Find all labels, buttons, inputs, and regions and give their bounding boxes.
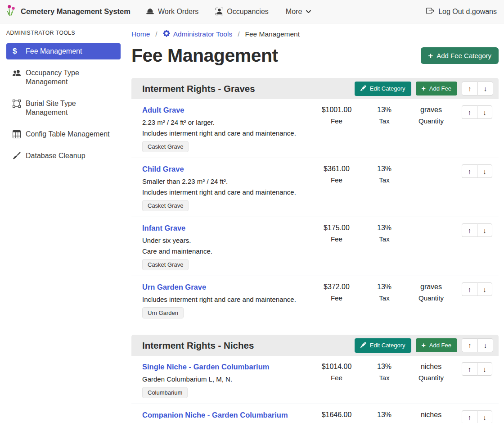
fee-tax-label: Tax	[362, 117, 407, 125]
app-title: Cemetery Management System	[21, 7, 130, 16]
nav-more[interactable]: More	[286, 8, 311, 16]
nav-links: Work Orders Occupancies More	[146, 8, 311, 16]
move-fee-down-button[interactable]: ↓	[477, 410, 492, 423]
breadcrumb: Home / Administrator Tools / Fee Managem…	[131, 30, 499, 39]
breadcrumb-separator: /	[238, 30, 239, 38]
move-fee-down-button[interactable]: ↓	[477, 105, 492, 119]
plus-icon: +	[422, 343, 426, 348]
move-fee-down-button[interactable]: ↓	[477, 164, 492, 178]
breadcrumb-home-link[interactable]: Home	[131, 30, 150, 38]
category-title: Interment Rights - Niches	[142, 340, 355, 351]
fee-amount-label: Fee	[311, 374, 362, 382]
logout-label: Log Out d.gowans	[438, 8, 497, 16]
fee-amount: $1014.00	[311, 363, 362, 371]
main-content: Home / Administrator Tools / Fee Managem…	[126, 23, 504, 423]
chevron-down-icon	[306, 9, 311, 14]
fee-name-link[interactable]: Single Niche - Garden Columbarium	[142, 363, 269, 371]
move-category-down-button[interactable]: ↓	[477, 338, 493, 352]
fee-tag: Casket Grave	[142, 141, 189, 152]
fee-amount: $175.00	[311, 224, 362, 232]
fee-reorder-controls: ↑ ↓	[455, 282, 492, 318]
sidebar-item-occupancy-type[interactable]: Occupancy Type Management	[6, 65, 121, 90]
category-reorder-controls: ↑ ↓	[462, 338, 493, 352]
category-title: Interment Rights - Graves	[142, 83, 355, 94]
fee-tag: Urn Garden	[142, 307, 184, 318]
category-reorder-controls: ↑ ↓	[462, 82, 493, 96]
nav-occupancies[interactable]: Occupancies	[216, 8, 269, 16]
tulip-logo-icon	[5, 4, 17, 19]
sidebar-item-label: Config Table Management	[26, 130, 110, 139]
sidebar-item-label: Fee Management	[26, 47, 82, 56]
table-icon	[13, 130, 21, 138]
fee-amount-label: Fee	[311, 235, 362, 243]
hard-hat-icon	[146, 8, 154, 15]
move-fee-up-button[interactable]: ↑	[462, 105, 477, 119]
breadcrumb-admin-tools-link[interactable]: Administrator Tools	[163, 30, 233, 39]
move-fee-up-button[interactable]: ↑	[462, 223, 477, 237]
sidebar-item-burial-site-type[interactable]: Burial Site Type Management	[6, 96, 121, 121]
fee-name-link[interactable]: Urn Garden Grave	[142, 283, 206, 291]
move-fee-down-button[interactable]: ↓	[477, 223, 492, 237]
page-title: Fee Management	[131, 45, 278, 66]
sidebar-item-config-table[interactable]: Config Table Management	[6, 126, 121, 142]
add-fee-label: Add Fee	[429, 85, 451, 92]
fee-tag: Casket Grave	[142, 200, 189, 211]
fee-name-link[interactable]: Adult Grave	[142, 106, 184, 114]
fee-row: Single Niche - Garden Columbarium Garden…	[131, 356, 499, 404]
fee-quantity-unit: niches	[407, 363, 455, 371]
add-fee-category-button[interactable]: + Add Fee Category	[421, 47, 499, 64]
fee-row: Adult Grave 2.23 m² / 24 ft² or larger. …	[131, 99, 499, 158]
app-brand: Cemetery Management System	[5, 4, 130, 19]
move-category-up-button[interactable]: ↑	[462, 82, 477, 96]
fee-quantity-label: Quantity	[407, 294, 455, 302]
add-fee-button[interactable]: + Add Fee	[416, 82, 458, 96]
sidebar-item-label: Burial Site Type Management	[26, 99, 111, 117]
plus-icon: +	[422, 86, 426, 91]
nav-work-orders-label: Work Orders	[158, 8, 198, 16]
nav-work-orders[interactable]: Work Orders	[146, 8, 198, 16]
fee-description: Smaller than 2.23 m² / 24 ft².	[142, 177, 308, 185]
fee-tag: Casket Grave	[142, 259, 189, 270]
sidebar-item-fee-management[interactable]: $ Fee Management	[6, 43, 121, 59]
fee-quantity-unit: graves	[407, 283, 455, 291]
fee-tax-label: Tax	[362, 374, 407, 382]
fee-quantity-unit: graves	[407, 106, 455, 114]
fee-tax: 13%	[362, 363, 407, 371]
top-navbar: Cemetery Management System Work Orders O…	[0, 0, 504, 23]
breadcrumb-current: Fee Management	[245, 30, 300, 38]
category-header: Interment Rights - Graves Edit Category …	[131, 78, 499, 99]
fee-name-link[interactable]: Companion Niche - Garden Columbarium	[142, 411, 288, 419]
move-fee-down-button[interactable]: ↓	[477, 362, 492, 376]
move-category-down-button[interactable]: ↓	[477, 82, 493, 96]
move-fee-down-button[interactable]: ↓	[477, 282, 492, 296]
fee-tax-label: Tax	[362, 176, 407, 184]
fee-amount: $372.00	[311, 283, 362, 291]
fee-name-link[interactable]: Child Grave	[142, 165, 184, 173]
fee-name-link[interactable]: Infant Grave	[142, 224, 185, 232]
fee-tax: 13%	[362, 411, 407, 419]
move-fee-up-button[interactable]: ↑	[462, 410, 477, 423]
fee-row: Companion Niche - Garden Columbarium Gar…	[131, 404, 499, 423]
fee-description: Includes interment right and care and ma…	[142, 296, 308, 303]
move-fee-up-button[interactable]: ↑	[462, 164, 477, 178]
move-fee-up-button[interactable]: ↑	[462, 282, 477, 296]
logout-button[interactable]: Log Out d.gowans	[426, 7, 497, 17]
nav-occupancies-label: Occupancies	[227, 8, 269, 16]
sidebar-heading: ADMINISTRATOR TOOLS	[6, 30, 121, 36]
edit-category-button[interactable]: Edit Category	[355, 338, 411, 353]
sidebar-item-database-cleanup[interactable]: Database Cleanup	[6, 148, 121, 164]
move-fee-up-button[interactable]: ↑	[462, 362, 477, 376]
fee-quantity-unit: niches	[407, 411, 455, 419]
category-header: Interment Rights - Niches Edit Category …	[131, 335, 499, 356]
sidebar-item-label: Database Cleanup	[26, 151, 86, 160]
edit-category-button[interactable]: Edit Category	[355, 82, 411, 96]
move-category-up-button[interactable]: ↑	[462, 338, 477, 352]
fee-description: Care and maintenance.	[142, 247, 308, 255]
add-fee-button[interactable]: + Add Fee	[416, 338, 458, 352]
fee-quantity-label: Quantity	[407, 374, 455, 382]
broom-icon	[13, 152, 21, 160]
fee-reorder-controls: ↑ ↓	[455, 361, 492, 398]
fee-row: Child Grave Smaller than 2.23 m² / 24 ft…	[131, 158, 499, 217]
fee-tag: Columbarium	[142, 387, 188, 398]
pencil-icon	[360, 85, 366, 92]
